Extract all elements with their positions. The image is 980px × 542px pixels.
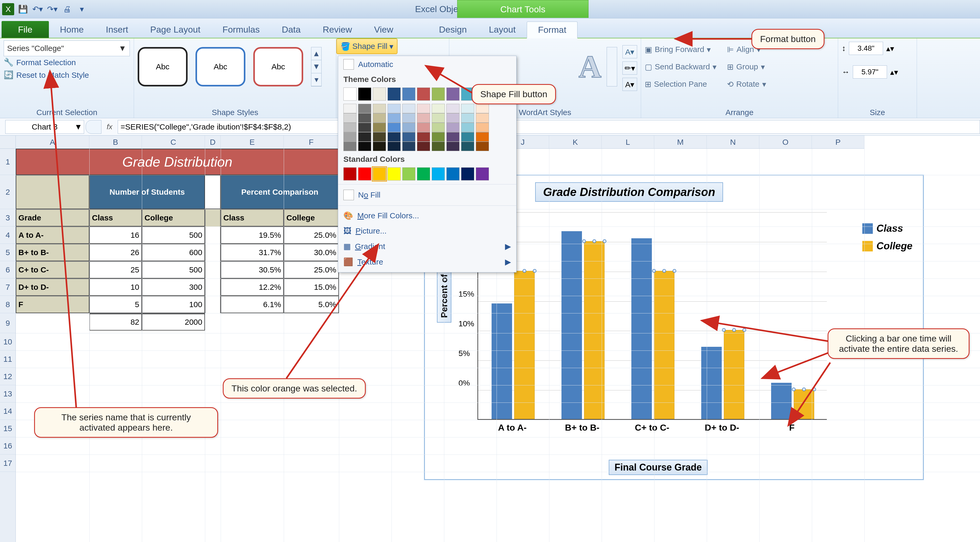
row-header-16[interactable]: 16 bbox=[0, 437, 16, 455]
row-header-7[interactable]: 7 bbox=[0, 278, 16, 296]
color-swatch[interactable] bbox=[446, 167, 460, 181]
tab-review[interactable]: Review bbox=[312, 21, 363, 38]
color-swatch[interactable] bbox=[402, 87, 415, 101]
color-swatch[interactable] bbox=[417, 141, 430, 151]
color-swatch[interactable] bbox=[446, 104, 460, 113]
table-cell[interactable]: 25.0% bbox=[284, 226, 339, 244]
select-all-corner[interactable] bbox=[0, 135, 16, 149]
col-header-E[interactable]: E bbox=[221, 135, 284, 148]
redo-icon[interactable]: ↷▾ bbox=[46, 3, 58, 15]
chart-bar-college[interactable] bbox=[794, 389, 814, 419]
color-swatch[interactable] bbox=[388, 113, 401, 123]
row-header-12[interactable]: 12 bbox=[0, 368, 16, 385]
color-swatch[interactable] bbox=[358, 104, 371, 113]
table-cell[interactable]: 12.2% bbox=[221, 278, 284, 296]
color-swatch[interactable] bbox=[461, 104, 474, 113]
table-cell[interactable]: D+ to D- bbox=[16, 278, 89, 296]
table-cell[interactable] bbox=[205, 226, 221, 244]
row-header-2[interactable]: 2 bbox=[0, 175, 16, 209]
color-swatch[interactable] bbox=[373, 132, 386, 141]
shape-style-3[interactable]: Abc bbox=[253, 47, 303, 86]
color-swatch[interactable] bbox=[446, 123, 460, 132]
height-field[interactable]: ↕ ▴▾ bbox=[842, 40, 913, 56]
color-swatch[interactable] bbox=[388, 123, 401, 132]
color-swatch[interactable] bbox=[417, 87, 430, 101]
col-header-K[interactable]: K bbox=[549, 135, 602, 148]
color-swatch[interactable] bbox=[432, 123, 445, 132]
col-header-P[interactable]: P bbox=[812, 135, 864, 148]
color-swatch[interactable] bbox=[402, 141, 415, 151]
file-tab[interactable]: File bbox=[2, 21, 49, 38]
color-swatch[interactable] bbox=[476, 113, 489, 123]
table-cell[interactable]: F bbox=[16, 296, 89, 313]
wordart-style-2[interactable]: A bbox=[579, 49, 601, 85]
color-swatch[interactable] bbox=[373, 113, 386, 123]
color-swatch[interactable] bbox=[417, 167, 430, 181]
color-swatch[interactable] bbox=[476, 123, 489, 132]
row-header-5[interactable]: 5 bbox=[0, 244, 16, 261]
color-swatch[interactable] bbox=[417, 113, 430, 123]
bring-forward-button[interactable]: ▣ Bring Forward ▾ bbox=[645, 42, 716, 57]
chart-bar-college[interactable] bbox=[654, 271, 675, 419]
chart-x-axis-label[interactable]: Final Course Grade bbox=[609, 460, 708, 475]
color-swatch[interactable] bbox=[388, 141, 401, 151]
color-swatch[interactable] bbox=[461, 132, 474, 141]
color-swatch[interactable] bbox=[402, 167, 415, 181]
row-header-15[interactable]: 15 bbox=[0, 420, 16, 437]
qat-more-icon[interactable]: ▾ bbox=[76, 3, 88, 15]
col-header-A[interactable]: A bbox=[16, 135, 89, 148]
color-swatch[interactable] bbox=[446, 87, 460, 101]
row-header-10[interactable]: 10 bbox=[0, 333, 16, 350]
color-swatch[interactable] bbox=[358, 132, 371, 141]
tab-formulas[interactable]: Formulas bbox=[212, 21, 271, 38]
color-swatch[interactable] bbox=[476, 141, 489, 151]
format-selection-button[interactable]: 🔧 Format Selection bbox=[4, 56, 130, 69]
reset-to-match-style-button[interactable]: 🔄 Reset to Match Style bbox=[4, 69, 130, 81]
table-cell[interactable]: 10 bbox=[89, 278, 142, 296]
color-swatch[interactable] bbox=[446, 132, 460, 141]
row-header-11[interactable]: 11 bbox=[0, 350, 16, 368]
color-swatch[interactable] bbox=[446, 113, 460, 123]
table-cell[interactable]: 26 bbox=[89, 244, 142, 261]
table-cell[interactable]: 19.5% bbox=[221, 226, 284, 244]
shape-fill-button[interactable]: 🪣 Shape Fill ▾ bbox=[336, 38, 398, 54]
table-cell[interactable]: 100 bbox=[142, 296, 205, 313]
picture-fill-item[interactable]: 🖼 Picture... bbox=[338, 223, 516, 238]
tab-design[interactable]: Design bbox=[428, 21, 478, 38]
col-header-F[interactable]: F bbox=[284, 135, 339, 148]
color-swatch[interactable] bbox=[358, 167, 371, 181]
wordart-nav[interactable] bbox=[607, 47, 617, 86]
color-swatch[interactable] bbox=[358, 87, 371, 101]
width-field[interactable]: ↔ ▴▾ bbox=[842, 64, 913, 80]
color-swatch[interactable] bbox=[358, 113, 371, 123]
rotate-button[interactable]: ⟲ Rotate ▾ bbox=[727, 77, 766, 91]
shape-styles-nav[interactable]: ▲▼▾ bbox=[311, 47, 321, 86]
send-backward-button[interactable]: ▢ Send Backward ▾ bbox=[645, 59, 716, 74]
color-swatch[interactable] bbox=[417, 132, 430, 141]
table-cell[interactable]: 30.5% bbox=[221, 261, 284, 278]
color-swatch[interactable] bbox=[402, 113, 415, 123]
color-swatch[interactable] bbox=[432, 104, 445, 113]
save-icon[interactable]: 💾 bbox=[17, 3, 29, 15]
table-cell[interactable]: 500 bbox=[142, 226, 205, 244]
chart-title[interactable]: Grade Distribution Comparison bbox=[535, 182, 723, 202]
color-swatch[interactable] bbox=[476, 104, 489, 113]
color-swatch[interactable] bbox=[461, 113, 474, 123]
col-header-O[interactable]: O bbox=[759, 135, 812, 148]
fx-label[interactable]: fx bbox=[107, 123, 113, 131]
color-swatch[interactable] bbox=[417, 123, 430, 132]
row-header-17[interactable]: 17 bbox=[0, 455, 16, 472]
table-cell[interactable]: 15.0% bbox=[284, 278, 339, 296]
tab-view[interactable]: View bbox=[363, 21, 404, 38]
undo-icon[interactable]: ↶▾ bbox=[32, 3, 44, 15]
table-cell[interactable]: 5.0% bbox=[284, 296, 339, 313]
color-swatch[interactable] bbox=[344, 123, 356, 132]
color-swatch[interactable] bbox=[358, 123, 371, 132]
color-swatch[interactable] bbox=[446, 141, 460, 151]
tab-data[interactable]: Data bbox=[270, 21, 312, 38]
color-swatch[interactable] bbox=[461, 167, 474, 181]
color-swatch[interactable] bbox=[344, 87, 356, 101]
table-cell[interactable]: 25 bbox=[89, 261, 142, 278]
print-icon[interactable]: 🖨 bbox=[61, 3, 73, 15]
color-swatch[interactable] bbox=[344, 141, 356, 151]
